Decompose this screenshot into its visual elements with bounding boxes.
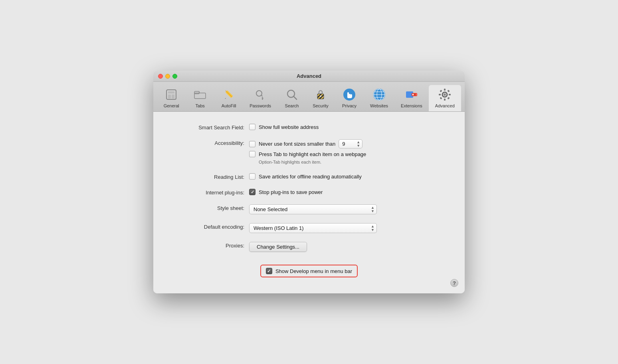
reading-list-controls: Save articles for offline reading automa… [249,173,362,180]
smart-search-controls: Show full website address [249,124,319,130]
stop-plugins-checkbox[interactable] [249,189,256,195]
privacy-icon [342,87,357,102]
encoding-row: Default encoding: Western (ISO Latin 1) … [169,223,449,233]
titlebar: Advanced [153,71,465,82]
svg-rect-44 [448,97,450,99]
stop-plugins-row: Stop plug-ins to save power [249,189,323,195]
accessibility-row: Accessibility: Never use font sizes smal… [169,139,449,164]
general-icon [164,87,178,102]
svg-line-16 [293,96,297,99]
press-tab-label: Press Tab to highlight each item on a we… [259,151,366,157]
svg-rect-42 [448,90,450,92]
tab-general-label: General [164,103,179,108]
tab-advanced[interactable]: Advanced [429,85,461,111]
tab-extensions[interactable]: Extensions [394,85,429,111]
stop-plugins-label: Stop plug-ins to save power [259,189,323,195]
develop-menu-row: Show Develop menu in menu bar [169,261,449,277]
search-icon [285,87,299,102]
encoding-select[interactable]: Western (ISO Latin 1) Unicode (UTF-8) [249,223,377,233]
internet-plugins-controls: Stop plug-ins to save power [249,189,323,195]
svg-rect-2 [168,95,171,99]
traffic-lights [158,74,177,79]
tab-privacy[interactable]: Privacy [335,85,364,111]
tab-search-label: Search [285,103,299,108]
tab-autofill-label: AutoFill [222,103,236,108]
tab-security-label: Security [313,103,329,108]
accessibility-controls: Never use font sizes smaller than 9 10 1… [249,139,366,164]
develop-menu-wrapper: Show Develop menu in menu bar [260,265,358,277]
svg-point-10 [256,91,262,96]
toolbar: General Tabs Auto [153,82,465,112]
svg-rect-38 [444,99,446,101]
security-icon [313,87,328,102]
minimize-button[interactable] [165,74,170,79]
svg-rect-43 [440,97,442,99]
svg-point-22 [320,95,321,97]
tab-search[interactable]: Search [277,85,306,111]
svg-rect-39 [439,94,441,95]
tab-passwords-label: Passwords [250,103,271,108]
proxies-label: Proxies: [169,242,249,249]
font-size-label: Never use font sizes smaller than [259,141,335,147]
reading-list-row: Reading List: Save articles for offline … [169,173,449,180]
help-button[interactable]: ? [450,279,458,287]
encoding-select-wrapper: Western (ISO Latin 1) Unicode (UTF-8) ▲▼ [249,223,377,233]
accessibility-label: Accessibility: [169,139,249,146]
maximize-button[interactable] [172,74,177,79]
tab-websites[interactable]: Websites [364,85,394,111]
tabs-icon [193,87,207,102]
accessibility-hint: Option-Tab highlights each item. [259,160,366,164]
press-tab-row: Press Tab to highlight each item on a we… [249,151,366,157]
style-sheet-label: Style sheet: [169,204,249,211]
smart-search-row: Smart Search Field: Show full website ad… [169,124,449,131]
save-articles-label: Save articles for offline reading automa… [259,174,362,180]
svg-marker-8 [225,98,226,99]
autofill-icon [222,87,236,102]
font-size-checkbox[interactable] [249,141,256,147]
svg-rect-3 [172,95,174,99]
tab-privacy-label: Privacy [342,103,357,108]
settings-content: Smart Search Field: Show full website ad… [153,112,465,293]
svg-rect-37 [444,89,446,91]
content-area: Smart Search Field: Show full website ad… [153,112,465,293]
style-sheet-row: Style sheet: None Selected ▲▼ [169,204,449,214]
smart-search-label: Smart Search Field: [169,124,249,131]
save-articles-row: Save articles for offline reading automa… [249,173,362,180]
tab-passwords[interactable]: Passwords [243,85,277,111]
passwords-icon [253,87,267,102]
svg-rect-40 [449,94,451,95]
svg-rect-41 [440,90,442,92]
tab-security[interactable]: Security [306,85,335,111]
encoding-label: Default encoding: [169,223,249,230]
close-button[interactable] [158,74,163,79]
style-sheet-select[interactable]: None Selected [249,204,377,214]
develop-menu-checkbox[interactable] [266,268,272,274]
show-full-address-label: Show full website address [259,124,319,130]
svg-point-36 [444,93,446,96]
svg-rect-13 [262,98,263,99]
show-full-address-row: Show full website address [249,124,319,130]
internet-plugins-row: Internet plug-ins: Stop plug-ins to save… [169,189,449,196]
tab-advanced-label: Advanced [435,103,455,108]
save-articles-checkbox[interactable] [249,173,256,180]
extensions-icon [404,87,419,102]
reading-list-label: Reading List: [169,173,249,180]
tab-tabs[interactable]: Tabs [186,85,214,111]
window-title: Advanced [297,73,321,79]
show-full-address-checkbox[interactable] [249,124,256,130]
settings-window: Advanced General [153,71,465,293]
press-tab-checkbox[interactable] [249,151,256,157]
font-size-select-wrapper: 9 10 11 12 14 ▲▼ [339,139,362,148]
svg-rect-0 [166,90,176,99]
tab-extensions-label: Extensions [401,103,422,108]
tab-autofill[interactable]: AutoFill [214,85,243,111]
font-size-select[interactable]: 9 10 11 12 14 [339,139,362,148]
websites-icon [372,87,386,102]
internet-plugins-label: Internet plug-ins: [169,189,249,196]
svg-rect-33 [412,94,414,95]
svg-line-9 [226,91,232,97]
tab-websites-label: Websites [370,103,388,108]
tab-general[interactable]: General [157,85,186,111]
change-settings-button[interactable]: Change Settings... [249,242,307,252]
style-sheet-controls: None Selected ▲▼ [249,204,377,214]
